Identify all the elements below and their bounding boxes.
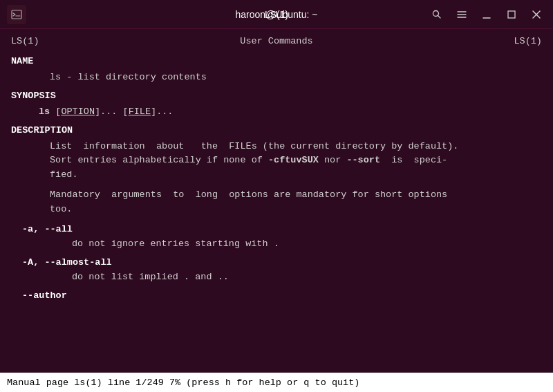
name-title: NAME: [11, 55, 542, 69]
window-title: haroon@Ubuntu: ~: [236, 9, 318, 20]
titlebar: LS(1) haroon@Ubuntu: ~: [0, 0, 553, 29]
svg-line-3: [438, 15, 441, 18]
option-a-desc: do not ignore entries starting with .: [11, 237, 542, 252]
option-A-label: -A, --almost-all: [22, 257, 112, 268]
maximize-button[interactable]: [502, 5, 521, 24]
description-title: DESCRIPTION: [11, 124, 542, 138]
option-author-name: --author: [11, 289, 542, 304]
close-button[interactable]: [527, 5, 546, 24]
svg-rect-0: [12, 10, 21, 19]
terminal-content[interactable]: LS(1) User Commands LS(1) NAME ls - list…: [0, 29, 553, 373]
desc-line-1: List information about the FILEs (the cu…: [50, 140, 542, 183]
synopsis-title: SYNOPSIS: [11, 89, 542, 104]
name-text: ls - list directory contents: [50, 72, 207, 82]
option-author-label: --author: [22, 290, 67, 301]
statusbar-text: Manual page ls(1) line 1/249 7% (press h…: [7, 377, 359, 388]
synopsis-content: ls [OPTION]... [FILE]...: [11, 105, 542, 120]
option-A-desc: do not list implied . and ..: [11, 270, 542, 285]
synopsis-section: SYNOPSIS ls [OPTION]... [FILE]...: [11, 89, 542, 120]
menu-button[interactable]: [452, 5, 471, 24]
option-a-name: -a, --all: [11, 223, 542, 237]
man-header-left: LS(1): [11, 35, 39, 49]
terminal-window: LS(1) haroon@Ubuntu: ~: [0, 0, 553, 392]
option-A-name: -A, --almost-all: [11, 256, 542, 270]
desc-block-1: List information about the FILEs (the cu…: [11, 140, 542, 183]
titlebar-left: [7, 5, 26, 24]
man-header: LS(1) User Commands LS(1): [11, 35, 542, 49]
name-content: ls - list directory contents: [11, 71, 542, 85]
titlebar-controls: [427, 5, 546, 24]
description-section: DESCRIPTION List information about the F…: [11, 124, 542, 218]
synopsis-ls: ls: [39, 106, 50, 117]
desc-block-2: Mandatory arguments to long options are …: [11, 188, 542, 217]
svg-rect-8: [508, 11, 515, 18]
terminal-icon: [7, 5, 26, 24]
synopsis-options: [OPTION]... [FILE]...: [50, 106, 173, 117]
desc-mandatory: Mandatory arguments to long options are …: [50, 188, 542, 217]
option-author-section: --author: [11, 289, 542, 304]
minimize-button[interactable]: [477, 5, 496, 24]
option-A-section: -A, --almost-all do not list implied . a…: [11, 256, 542, 285]
man-header-right: LS(1): [514, 35, 542, 49]
name-section: NAME ls - list directory contents: [11, 55, 542, 85]
option-a-section: -a, --all do not ignore entries starting…: [11, 223, 542, 252]
search-button[interactable]: [427, 5, 447, 24]
man-header-center: User Commands: [240, 35, 312, 49]
statusbar: Manual page ls(1) line 1/249 7% (press h…: [0, 373, 553, 392]
option-a-label: -a, --all: [22, 224, 73, 234]
